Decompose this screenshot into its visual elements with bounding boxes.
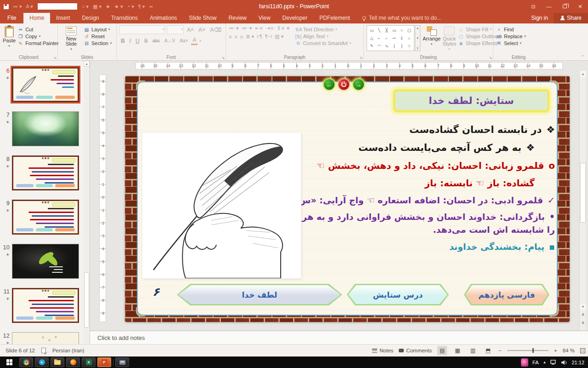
slide-title-box[interactable]: ستایش: لطف خدا [394, 90, 549, 112]
arrange-button[interactable]: Arrange▾ [423, 25, 441, 54]
shape-qat-icon[interactable]: ○ ▾ [82, 4, 89, 10]
notes-pane[interactable]: Click to add notes [90, 330, 588, 344]
shape-glyph[interactable]: ✎ [370, 44, 373, 48]
tab-insert[interactable]: Insert [50, 13, 76, 23]
shape-glyph[interactable]: ⌐ [385, 36, 388, 40]
tab-pdfelement[interactable]: PDFelement [313, 13, 356, 23]
justify-icon[interactable]: ≣ ▾ [246, 34, 254, 40]
tab-design[interactable]: Design [76, 13, 105, 23]
scroll-down-icon[interactable]: ▼ [580, 304, 586, 310]
shape-glyph[interactable]: ◠ [378, 44, 381, 48]
shadow-icon[interactable]: S [143, 37, 149, 45]
align-center-icon[interactable]: ≡ [234, 34, 237, 40]
vertical-ruler[interactable]: 9876543210123456789 [99, 75, 106, 322]
speaker-icon[interactable] [561, 360, 567, 365]
scroll-up-icon[interactable]: ▲ [580, 71, 586, 77]
strikethrough-icon[interactable]: abc [151, 38, 161, 44]
shape-glyph[interactable]: ╲ [378, 28, 380, 33]
taskbar-powerpoint-button[interactable]: P [97, 357, 111, 367]
footer-banner[interactable]: لطف خدا [177, 284, 342, 305]
tab-animations[interactable]: Animations [144, 13, 183, 23]
horizontal-ruler[interactable]: 1615141312111098765432101234567891011121… [136, 62, 563, 69]
section-button[interactable]: ⊟Section▾ [84, 40, 112, 46]
shape-glyph[interactable]: ⌂ [408, 36, 410, 40]
tab-view[interactable]: View [253, 13, 277, 23]
paragraph-dialog-launcher[interactable]: ↘ [359, 56, 362, 60]
shape-glyph[interactable]: ▭ [392, 28, 396, 33]
taskbar-wallet-app-button[interactable] [115, 357, 129, 367]
decrease-font-icon[interactable]: A˅ [197, 26, 207, 34]
scrollbar-thumb[interactable] [580, 163, 586, 223]
zoom-slider[interactable] [507, 350, 548, 351]
slide-thumbnail-7[interactable] [12, 111, 79, 146]
sign-in-button[interactable]: Sign in [526, 13, 554, 23]
tray-clock[interactable]: 21:12 [571, 360, 584, 365]
taskbar-chrome-button[interactable] [19, 357, 33, 367]
shape-glyph[interactable]: ☆ [407, 44, 411, 48]
power-button[interactable] [338, 78, 350, 91]
ribbon-display-options-button[interactable]: ⊡ [526, 0, 541, 13]
tab-transitions[interactable]: Transitions [105, 13, 144, 23]
text-direction-button[interactable]: ⇅AText Direction▾ [295, 27, 351, 32]
slide-thumbnail-12[interactable] [12, 332, 79, 344]
tab-developer[interactable]: Developer [277, 13, 314, 23]
shape-glyph[interactable]: ) [401, 44, 402, 48]
shape-glyph[interactable]: ▢ [407, 28, 412, 33]
spell-check-icon[interactable] [41, 348, 46, 353]
footer-banner[interactable]: فارسی یازدهم [464, 284, 549, 305]
redo-qat-icon[interactable]: ◔ ▾ [127, 4, 134, 10]
collapse-ribbon-icon[interactable]: ⌃ [581, 55, 584, 59]
notes-toggle[interactable]: Notes [372, 348, 393, 353]
qat-customize-icon[interactable]: ≂ [149, 4, 153, 10]
language-indicator[interactable]: Persian (Iran) [52, 348, 85, 353]
increase-indent-icon[interactable]: ⇥≡ [266, 25, 274, 31]
normal-view-button[interactable]: ▤ [437, 346, 447, 355]
zoom-in-button[interactable]: + [554, 348, 557, 353]
slideshow-view-button[interactable]: ⬒ [483, 346, 493, 355]
zoom-out-button[interactable]: − [498, 348, 502, 353]
quick-styles-button[interactable]: Quick Styles▾ [442, 25, 456, 54]
quill-illustration[interactable] [142, 133, 301, 278]
zoom-slider-thumb[interactable] [532, 348, 534, 353]
indent-qat-icon[interactable]: ¶ ▾ [138, 4, 145, 10]
minimize-button[interactable]: — [541, 0, 557, 13]
cut-button[interactable]: ✂Cut [17, 27, 59, 32]
increase-font-icon[interactable]: A˄ [186, 26, 195, 34]
italic-icon[interactable]: I [128, 37, 132, 45]
shape-glyph[interactable]: ⇨ [392, 36, 396, 40]
slide-thumbnail-8[interactable] [12, 155, 79, 190]
replace-button[interactable]: abReplace▾ [496, 34, 526, 39]
tray-language-indicator[interactable]: FA [532, 360, 538, 365]
font-dialog-launcher[interactable]: ↘ [221, 56, 225, 60]
align-right-icon[interactable]: ≡ [240, 34, 243, 40]
clear-formatting-icon[interactable]: A⌫ [209, 26, 223, 34]
footer-banner[interactable]: درس ستایش [347, 284, 449, 305]
slide-number-indicator[interactable]: Slide 6 of 12 [6, 348, 35, 353]
previous-slide-button[interactable]: ≙ [580, 312, 586, 318]
reading-view-button[interactable]: ▥ [468, 346, 478, 355]
tab-slide-show[interactable]: Slide Show [183, 13, 222, 23]
tab-review[interactable]: Review [222, 13, 252, 23]
star-qat-icon[interactable]: ★ [106, 4, 110, 10]
rtl-icon[interactable]: ¶⊣ [265, 34, 272, 40]
align-text-button[interactable]: [⇅]Align Text▾ [295, 34, 351, 39]
slide-thumbnail-10[interactable] [12, 244, 79, 279]
numbering-icon[interactable]: ≕ ▾ [242, 25, 253, 31]
bullets-icon[interactable]: ≔ ▾ [229, 25, 239, 31]
tab-home[interactable]: Home [23, 13, 50, 23]
shape-glyph[interactable]: △ [370, 36, 373, 40]
change-case-icon[interactable]: Aa˅ [178, 38, 189, 44]
shape-glyph[interactable]: ∿ [385, 44, 389, 48]
paste-button[interactable]: Paste▾ [3, 25, 16, 54]
next-arrow-button[interactable]: → [352, 78, 365, 91]
restore-button[interactable] [557, 0, 572, 13]
taskbar-firefox-button[interactable] [66, 357, 80, 367]
bullets-qat-icon[interactable]: ≔ ▾ [13, 4, 22, 10]
char-spacing-icon[interactable]: A↔V [163, 38, 176, 44]
clipboard-dialog-launcher[interactable]: ↘ [53, 56, 57, 60]
copy-button[interactable]: ❐Copy▾ [17, 34, 59, 39]
slide-sorter-view-button[interactable]: ▦ [452, 346, 462, 355]
drawing-dialog-launcher[interactable]: ↘ [489, 56, 492, 60]
shape-gallery[interactable]: ▭╲╳▭○▢△⌐⌐⇨⇩⌂✎◠∿()☆ [367, 25, 414, 51]
shape-glyph[interactable]: ╳ [385, 28, 388, 33]
